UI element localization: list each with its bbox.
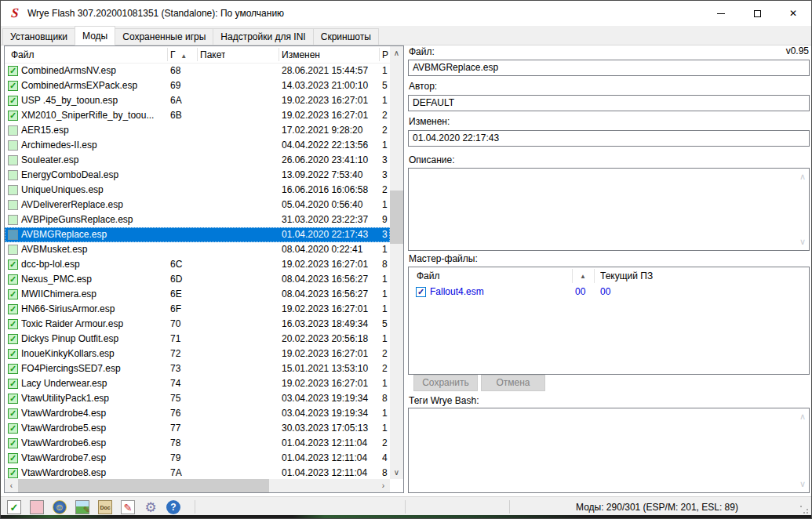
mod-checkbox[interactable]: ✓: [8, 364, 18, 374]
column-header-file[interactable]: Файл: [417, 267, 440, 285]
table-row[interactable]: AVBPipeGunsReplace.esp 31.03.2020 23:22:…: [5, 212, 390, 227]
table-row[interactable]: ✓ FO4PiercingsSED7.esp 73 15.01.2021 13:…: [5, 361, 390, 376]
scroll-down-icon[interactable]: ∨: [390, 466, 403, 479]
save-button[interactable]: Сохранить: [413, 375, 478, 391]
table-row[interactable]: Archimedes-II.esp 04.04.2022 22:13:56 1: [5, 138, 390, 153]
modified-field[interactable]: 01.04.2020 22:17:43: [408, 130, 810, 147]
mod-checkbox[interactable]: ✓: [8, 289, 18, 299]
cancel-button[interactable]: Отмена: [481, 375, 545, 391]
mod-checkbox[interactable]: ✓: [8, 334, 18, 344]
table-row[interactable]: ✓ XM2010_SniperRifle_by_toou... 6B 19.02…: [5, 108, 390, 123]
table-row[interactable]: ✓ Lacy Underwear.esp 74 19.02.2023 16:27…: [5, 376, 390, 391]
table-row[interactable]: AVDelivererReplace.esp 05.04.2020 0:56:4…: [5, 198, 390, 212]
description-field[interactable]: ∧ ∨: [408, 168, 810, 251]
mods-checkbox-icon[interactable]: ✓: [7, 500, 21, 514]
column-header-group[interactable]: Г ▲: [170, 46, 187, 65]
scroll-right-icon[interactable]: ›: [377, 479, 390, 492]
mod-checkbox[interactable]: [8, 215, 18, 225]
mod-checkbox[interactable]: ✓: [8, 274, 18, 285]
table-row[interactable]: AVBMGReplace.esp 01.04.2020 22:17:43 3: [5, 227, 390, 242]
mod-checkbox[interactable]: ✓: [8, 468, 18, 478]
table-row[interactable]: EnergyComboDeal.esp 13.09.2022 7:53:40 3: [5, 168, 390, 183]
mod-checkbox[interactable]: ✓: [8, 260, 18, 270]
table-row[interactable]: ✓ VtawWardrobe6.esp 78 01.04.2023 12:11:…: [5, 436, 390, 451]
help-icon[interactable]: ?: [166, 500, 180, 514]
mod-file-name: AVDelivererReplace.esp: [21, 198, 169, 212]
table-row[interactable]: ✓ CombinedArmsEXPack.esp 69 14.03.2023 2…: [5, 78, 390, 93]
column-header-package[interactable]: Пакет: [200, 46, 225, 64]
table-row[interactable]: ✓ VtawWardrobe7.esp 79 01.04.2023 12:11:…: [5, 451, 390, 466]
mod-checkbox[interactable]: ✓: [8, 81, 18, 91]
empty-checkbox-icon[interactable]: [30, 500, 44, 514]
mod-checkbox[interactable]: ✓: [8, 423, 18, 434]
mod-checkbox[interactable]: ✓: [8, 304, 18, 314]
mod-checkbox[interactable]: ✓: [8, 319, 18, 329]
master-checkbox[interactable]: ✓: [416, 287, 426, 297]
mod-checkbox[interactable]: [8, 155, 18, 165]
mod-checkbox[interactable]: ✓: [8, 453, 18, 463]
doc-browser-icon[interactable]: Doc: [98, 500, 112, 514]
mods-horizontal-scrollbar[interactable]: ‹ ›: [5, 479, 390, 492]
table-row[interactable]: Souleater.esp 26.06.2020 23:41:10 3: [5, 153, 390, 168]
table-row[interactable]: ✓ Toxic Raider Armour.esp 70 16.03.2023 …: [5, 317, 390, 332]
tab-saves[interactable]: Сохраненные игры: [115, 28, 213, 45]
resize-grip-icon[interactable]: [800, 506, 808, 514]
table-row[interactable]: ✓ InoueKinkyKollars.esp 72 19.02.2023 16…: [5, 347, 390, 361]
table-row[interactable]: AER15.esp 17.02.2021 9:28:20 2: [5, 123, 390, 138]
mod-checkbox[interactable]: [8, 140, 18, 151]
settings-gear-icon[interactable]: ⚙: [144, 500, 158, 514]
author-field[interactable]: DEFAULT: [408, 95, 810, 111]
tab-mods[interactable]: Моды: [75, 26, 115, 45]
close-button[interactable]: ✕: [775, 1, 811, 26]
table-row[interactable]: ✓ Nexus_PMC.esp 6D 08.04.2023 16:56:27 1: [5, 272, 390, 287]
screenshot-edit-icon[interactable]: [75, 500, 89, 514]
readme-edit-icon[interactable]: ✎: [121, 500, 135, 514]
horizontal-scroll-thumb[interactable]: [18, 479, 269, 492]
table-row[interactable]: ✓ Dickys Pinup Outfit.esp 71 20.02.2023 …: [5, 332, 390, 347]
scroll-up-icon[interactable]: ∧: [390, 46, 403, 60]
mod-checkbox[interactable]: [8, 200, 18, 210]
mod-checkbox[interactable]: ✓: [8, 111, 18, 121]
column-header-modified[interactable]: Изменен: [282, 46, 320, 64]
table-row[interactable]: AVBMusket.esp 08.04.2020 0:22:41 1: [5, 242, 390, 257]
table-row[interactable]: ✓ USP .45_by_tooun.esp 6A 19.02.2023 16:…: [5, 93, 390, 108]
column-header-size[interactable]: Р: [382, 46, 388, 64]
maximize-button[interactable]: [739, 1, 775, 26]
mod-checkbox[interactable]: ✓: [8, 408, 18, 419]
mod-checkbox[interactable]: ✓: [8, 438, 18, 448]
column-header-current-lo[interactable]: Текущий ПЗ: [600, 267, 653, 285]
mod-checkbox[interactable]: [8, 125, 18, 136]
vertical-scroll-thumb[interactable]: [390, 191, 403, 244]
mod-checkbox[interactable]: ✓: [8, 394, 18, 404]
mod-checkbox[interactable]: [8, 245, 18, 255]
table-row[interactable]: UniqueUniques.esp 16.06.2016 16:06:58 2: [5, 183, 390, 198]
table-row[interactable]: ✓ VtawWardrobe8.esp 7A 01.04.2023 12:11:…: [5, 466, 390, 479]
table-row[interactable]: ✓ VtawWardrobe4.esp 76 03.04.2023 19:19:…: [5, 406, 390, 421]
mod-checkbox[interactable]: ✓: [8, 379, 18, 389]
table-row[interactable]: ✓ MWIIChimera.esp 6E 08.04.2023 16:56:27…: [5, 287, 390, 302]
bash-tags-field[interactable]: ∧ ∨: [408, 408, 810, 493]
table-row[interactable]: ✓ dcc-bp-lol.esp 6C 19.02.2023 16:27:01 …: [5, 257, 390, 272]
tab-ini-edits[interactable]: Надстройки для INI: [213, 28, 313, 45]
table-row[interactable]: ✓ HN66-SiriusArmor.esp 6F 19.02.2023 16:…: [5, 302, 390, 317]
table-row[interactable]: ✓ VtawWardrobe5.esp 77 30.03.2023 17:05:…: [5, 421, 390, 436]
column-header-file[interactable]: Файл: [11, 46, 35, 64]
mod-checkbox[interactable]: [8, 230, 18, 240]
mod-checkbox[interactable]: [8, 170, 18, 180]
mod-checkbox[interactable]: ✓: [8, 96, 18, 106]
mod-checkbox[interactable]: [8, 185, 18, 195]
mod-checkbox[interactable]: ✓: [8, 349, 18, 359]
mod-size: 5: [382, 317, 390, 332]
sort-asc-icon[interactable]: ▲: [580, 267, 586, 286]
master-row[interactable]: ✓ Fallout4.esm 00 00: [409, 285, 809, 299]
minimize-button[interactable]: [703, 1, 739, 26]
fallout-launcher-icon[interactable]: ☺: [53, 500, 67, 514]
table-row[interactable]: ✓ VtawUtilityPack1.esp 75 03.04.2023 19:…: [5, 391, 390, 406]
mods-vertical-scrollbar[interactable]: ∧ ∨: [390, 46, 403, 479]
mod-checkbox[interactable]: ✓: [8, 66, 18, 76]
table-row[interactable]: ✓ CombinedArmsNV.esp 68 28.06.2021 15:44…: [5, 64, 390, 78]
file-name-field[interactable]: AVBMGReplace.esp: [408, 60, 810, 76]
tab-installers[interactable]: Установщики: [2, 28, 75, 45]
tab-screenshots[interactable]: Скриншоты: [313, 28, 379, 45]
scroll-left-icon[interactable]: ‹: [5, 479, 18, 492]
